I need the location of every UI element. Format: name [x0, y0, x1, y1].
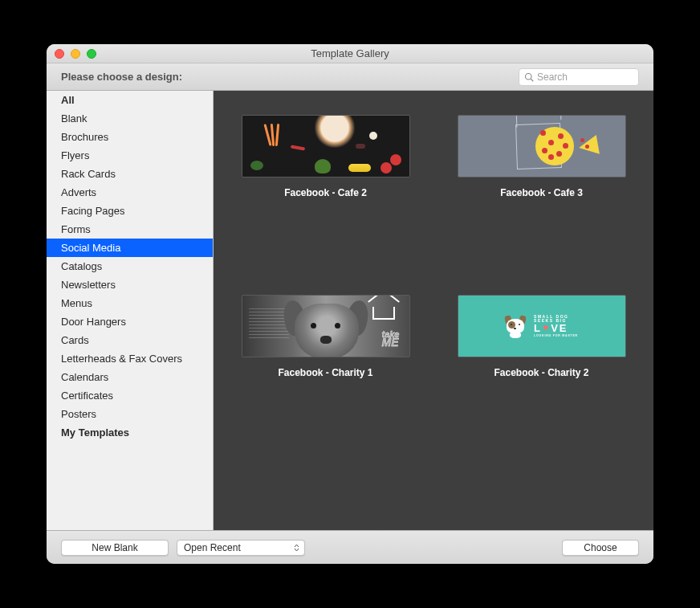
template-card-charity-1[interactable]: take ME Facebook - Charity 1 — [230, 295, 421, 378]
template-label: Facebook - Cafe 3 — [500, 187, 583, 198]
sidebar-item-certificates[interactable]: Certificates — [47, 386, 213, 405]
template-gallery-window: Template Gallery Please choose a design:… — [47, 44, 653, 564]
love-ve: VE — [551, 323, 568, 333]
template-card-charity-2[interactable]: SMALL DOG SEEKS BIG L ♥ VE LOOKING FOR M… — [446, 295, 637, 378]
body: AllBlankBrochuresFlyersRack CardsAdverts… — [47, 91, 653, 530]
sidebar-item-social-media[interactable]: Social Media — [47, 239, 213, 257]
maximize-button[interactable] — [87, 49, 96, 59]
love-l: L — [534, 323, 542, 333]
template-grid: Facebook - Cafe 2 Facebook - Cafe 3 — [214, 91, 653, 530]
choose-button[interactable]: Choose — [562, 540, 639, 556]
new-blank-button[interactable]: New Blank — [61, 540, 169, 556]
open-recent-label: Open Recent — [184, 542, 241, 553]
template-thumbnail — [458, 115, 626, 178]
template-card-cafe-3[interactable]: Facebook - Cafe 3 — [446, 115, 637, 198]
template-label: Facebook - Cafe 2 — [284, 187, 367, 198]
sidebar-item-calendars[interactable]: Calendars — [47, 368, 213, 386]
sidebar-item-my-templates[interactable]: My Templates — [47, 423, 213, 442]
dog-icon — [505, 314, 526, 338]
close-button[interactable] — [55, 49, 64, 59]
sidebar-item-brochures[interactable]: Brochures — [47, 128, 213, 146]
sidebar: AllBlankBrochuresFlyersRack CardsAdverts… — [47, 91, 214, 530]
search-field[interactable] — [519, 68, 639, 86]
svg-line-1 — [531, 79, 533, 81]
search-icon — [524, 72, 534, 82]
me-text: ME — [381, 336, 398, 349]
sidebar-item-adverts[interactable]: Adverts — [47, 183, 213, 202]
sidebar-item-blank[interactable]: Blank — [47, 109, 213, 128]
sidebar-item-flyers[interactable]: Flyers — [47, 146, 213, 165]
minimize-button[interactable] — [71, 49, 80, 59]
sidebar-item-letterheads-fax-covers[interactable]: Letterheads & Fax Covers — [47, 349, 213, 368]
sidebar-item-posters[interactable]: Posters — [47, 405, 213, 423]
sidebar-item-menus[interactable]: Menus — [47, 294, 213, 312]
sidebar-item-facing-pages[interactable]: Facing Pages — [47, 202, 213, 220]
sidebar-item-forms[interactable]: Forms — [47, 220, 213, 239]
open-recent-select[interactable]: Open Recent — [177, 540, 305, 556]
search-input[interactable] — [537, 71, 633, 83]
window-title: Template Gallery — [53, 47, 647, 59]
template-card-cafe-2[interactable]: Facebook - Cafe 2 — [230, 115, 421, 198]
love-subtitle: LOOKING FOR MASTER — [534, 335, 578, 338]
sidebar-item-all[interactable]: All — [47, 91, 213, 109]
template-label: Facebook - Charity 1 — [278, 367, 372, 378]
heart-icon: ♥ — [543, 323, 550, 333]
sidebar-item-catalogs[interactable]: Catalogs — [47, 257, 213, 275]
sidebar-item-cards[interactable]: Cards — [47, 331, 213, 349]
template-thumbnail: take ME — [242, 295, 410, 357]
select-arrows-icon — [294, 544, 299, 552]
template-thumbnail: SMALL DOG SEEKS BIG L ♥ VE LOOKING FOR M… — [458, 295, 626, 357]
sidebar-item-door-hangers[interactable]: Door Hangers — [47, 312, 213, 331]
prompt-label: Please choose a design: — [61, 71, 182, 83]
window-controls — [55, 49, 96, 59]
sidebar-item-rack-cards[interactable]: Rack Cards — [47, 165, 213, 183]
toolbar: Please choose a design: — [47, 63, 653, 91]
template-label: Facebook - Charity 2 — [494, 367, 588, 378]
titlebar: Template Gallery — [47, 44, 653, 63]
footer: New Blank Open Recent Choose — [47, 530, 653, 564]
template-thumbnail — [242, 115, 410, 178]
svg-point-0 — [526, 73, 532, 80]
sidebar-item-newsletters[interactable]: Newsletters — [47, 275, 213, 294]
